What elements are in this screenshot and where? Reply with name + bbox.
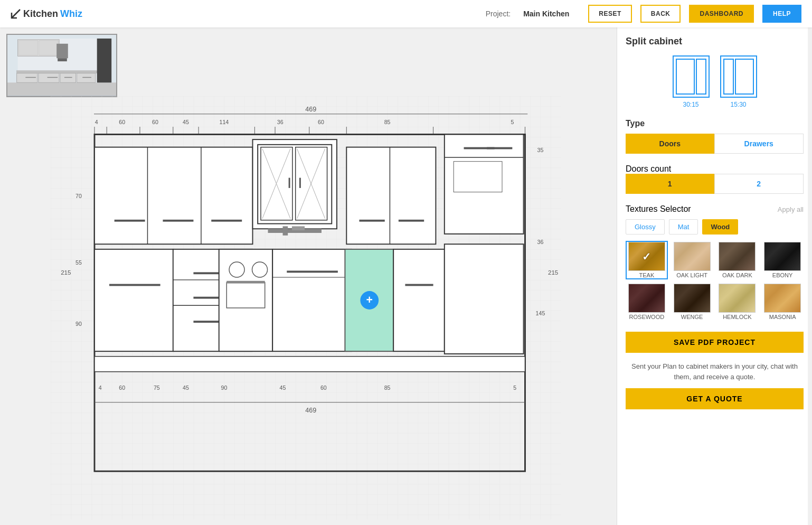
split-option-15-30[interactable]: 15:30 (720, 55, 757, 108)
svg-text:145: 145 (536, 310, 545, 316)
svg-rect-9 (17, 71, 97, 73)
apply-all-btn[interactable]: Apply all (778, 205, 804, 213)
svg-rect-43 (95, 147, 253, 245)
svg-text:60: 60 (152, 119, 158, 125)
svg-rect-8 (58, 58, 67, 61)
svg-rect-48 (211, 220, 242, 222)
svg-text:215: 215 (61, 269, 71, 276)
svg-text:45: 45 (183, 385, 189, 391)
wood-btn[interactable]: Wood (702, 219, 738, 235)
split-option-30-15[interactable]: 30:15 (673, 55, 710, 108)
split-panel-large (676, 59, 695, 95)
scrollbar[interactable] (808, 27, 812, 525)
wenge-label: WENGE (681, 314, 703, 320)
texture-type-toggle: Glossy Mat Wood (626, 219, 804, 235)
texture-grid: ✓ TEAK OAK LIGHT OAK DARK EBONY (626, 241, 804, 321)
mat-btn[interactable]: Mat (669, 219, 698, 235)
textures-section: Textures Selector Apply all Glossy Mat W… (626, 204, 804, 321)
drawers-toggle-btn[interactable]: Drawers (714, 134, 804, 154)
texture-oak-light[interactable]: OAK LIGHT (671, 241, 713, 279)
svg-rect-61 (292, 226, 305, 230)
split-icon-30-15 (673, 55, 710, 98)
split-label-30-15: 30:15 (683, 101, 698, 108)
texture-oak-dark[interactable]: OAK DARK (716, 241, 759, 279)
svg-rect-6 (39, 41, 58, 55)
main-layout: 469 4 60 60 45 114 36 60 85 5 (0, 27, 812, 525)
svg-rect-2 (7, 82, 116, 96)
type-section: Type Doors Drawers (626, 119, 804, 154)
texture-masonia[interactable]: MASONIA (761, 283, 804, 321)
svg-text:85: 85 (384, 385, 391, 391)
doors-count-toggle-group: 1 2 (626, 174, 804, 194)
get-quote-button[interactable]: GET A QUOTE (626, 388, 804, 409)
svg-rect-93 (95, 357, 525, 372)
texture-hemlock[interactable]: HEMLOCK (716, 283, 759, 321)
oak-light-label: OAK LIGHT (676, 272, 707, 278)
masonia-label: MASONIA (769, 314, 796, 320)
texture-wenge[interactable]: WENGE (671, 283, 713, 321)
textures-header: Textures Selector Apply all (626, 204, 804, 214)
split-label-15-30: 15:30 (730, 101, 746, 108)
logo: Kitchen Whiz (11, 8, 82, 20)
logo-kitchen-text: Kitchen (23, 8, 58, 20)
right-panel: Split cabinet 30:15 15:30 Type (617, 27, 812, 525)
doors-count-section: Doors count 1 2 (626, 164, 804, 194)
preview-inner (7, 35, 116, 96)
texture-ebony[interactable]: EBONY (761, 241, 804, 279)
svg-rect-84 (272, 249, 352, 351)
svg-rect-11 (39, 73, 59, 83)
svg-rect-83 (226, 281, 265, 284)
3d-preview-thumbnail[interactable] (6, 34, 117, 97)
teak-label: TEAK (639, 272, 655, 278)
teak-swatch: ✓ (628, 242, 665, 271)
split-cabinet-title: Split cabinet (626, 36, 804, 47)
svg-text:60: 60 (119, 119, 125, 125)
oak-dark-swatch (719, 242, 756, 271)
glossy-btn[interactable]: Glossy (626, 219, 665, 235)
svg-text:90: 90 (75, 321, 82, 327)
svg-text:5: 5 (513, 385, 516, 391)
wenge-swatch (674, 284, 711, 313)
rosewood-swatch (628, 284, 665, 313)
ebony-label: EBONY (772, 272, 793, 278)
svg-rect-5 (19, 41, 38, 55)
teak-checkmark: ✓ (642, 250, 651, 263)
svg-text:85: 85 (384, 119, 391, 125)
doors-toggle-btn[interactable]: Doors (626, 134, 714, 154)
back-button[interactable]: BACK (640, 5, 681, 23)
reset-button[interactable]: RESET (588, 5, 632, 23)
doors-count-title: Doors count (626, 164, 804, 174)
doors-count-2-btn[interactable]: 2 (714, 174, 804, 194)
svg-text:90: 90 (221, 385, 227, 391)
svg-rect-69 (487, 147, 512, 149)
svg-text:4: 4 (99, 385, 102, 391)
svg-text:4: 4 (95, 119, 98, 125)
svg-rect-14 (97, 39, 111, 82)
svg-rect-12 (60, 73, 75, 83)
svg-rect-86 (287, 270, 338, 273)
logo-whiz-text: Whiz (60, 8, 82, 20)
save-pdf-button[interactable]: SAVE PDF PROJECT (626, 332, 804, 353)
svg-rect-64 (359, 220, 384, 222)
dashboard-button[interactable]: DASHBOARD (689, 5, 754, 23)
svg-rect-72 (109, 284, 160, 286)
rosewood-label: ROSEWOOD (629, 314, 665, 320)
masonia-swatch (764, 284, 801, 313)
help-button[interactable]: HELP (762, 5, 801, 23)
svg-rect-60 (283, 226, 288, 235)
doors-count-1-btn[interactable]: 1 (626, 174, 714, 194)
svg-rect-91 (405, 284, 433, 286)
type-title: Type (626, 119, 804, 128)
svg-text:45: 45 (183, 119, 189, 125)
svg-rect-10 (17, 73, 37, 83)
quote-description-text: Sent your Plan to cabinet makers in your… (626, 361, 804, 382)
svg-text:35: 35 (537, 147, 544, 153)
svg-text:+: + (366, 294, 373, 306)
svg-text:5: 5 (511, 119, 514, 125)
svg-text:45: 45 (280, 385, 286, 391)
oak-dark-label: OAK DARK (722, 272, 752, 278)
texture-teak[interactable]: ✓ TEAK (626, 241, 668, 279)
texture-rosewood[interactable]: ROSEWOOD (626, 283, 668, 321)
split-panel-large-2 (735, 59, 754, 95)
split-panel-small (696, 59, 706, 95)
